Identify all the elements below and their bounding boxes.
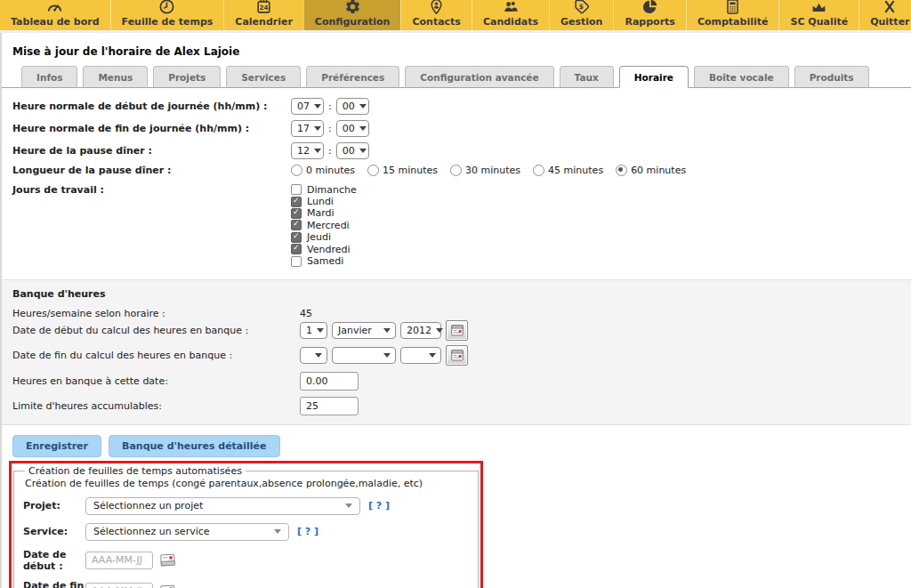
page-title: Mise à jour de l'horaire de Alex Lajoie (2, 33, 911, 58)
save-button[interactable]: Enregistrer (12, 435, 101, 457)
toolbar-item-comptabilite[interactable]: Comptabilité (686, 0, 779, 30)
bank-end-day-select[interactable] (300, 347, 327, 364)
tab-projets[interactable]: Projets (153, 66, 221, 88)
auto-timesheets-note: Création de feuilles de temps (congé par… (25, 478, 469, 489)
checkbox-lundi[interactable]: Lundi (291, 196, 357, 206)
tab-preferences[interactable]: Préférences (306, 66, 399, 88)
checkbox-mercredi[interactable]: Mercredi (291, 220, 357, 230)
bank-end-date-row: Date de fin du calcul des heures en banq… (12, 345, 911, 366)
tab-taux[interactable]: Taux (560, 66, 614, 88)
bank-limit-input[interactable] (300, 397, 359, 415)
lunch-length-label: Longueur de la pause dîner : (12, 165, 291, 176)
tab-services[interactable]: Services (226, 66, 301, 88)
hours-per-week-value: 45 (300, 308, 312, 319)
chevron-down-icon (359, 149, 367, 153)
toolbar-item-calendrier[interactable]: 24 Calendrier (223, 0, 303, 30)
toolbar-item-gestion[interactable]: $ Gestion (549, 0, 613, 30)
bank-end-month-select[interactable] (332, 347, 396, 364)
bank-balance-input[interactable] (300, 372, 359, 391)
checkbox-icon (291, 256, 302, 267)
checkbox-mardi[interactable]: Mardi (291, 208, 357, 219)
checkbox-dimanche[interactable]: Dimanche (291, 184, 357, 195)
service-select[interactable]: Sélectionnez un service (85, 523, 289, 541)
auto-start-date-input[interactable] (85, 552, 153, 569)
start-hour-select[interactable]: 07 (291, 98, 324, 115)
tab-infos[interactable]: Infos (21, 66, 77, 88)
start-minute-select[interactable]: 00 (336, 98, 369, 115)
radio-checked-icon (616, 165, 627, 176)
toolbar-label: Contacts (412, 16, 460, 28)
toolbar-item-candidats[interactable]: Candidats (472, 0, 549, 30)
actions-row: Enregistrer Banque d'heures détaillée (12, 435, 911, 457)
radio-60-minutes[interactable]: 60 minutes (616, 165, 686, 176)
toolbar-label: Tableau de bord (11, 16, 100, 28)
workdays-label: Jours de travail : (12, 184, 291, 196)
checkbox-samedi[interactable]: Samedi (291, 255, 357, 266)
radio-30-minutes[interactable]: 30 minutes (450, 165, 520, 176)
lunch-length-options: 0 minutes 15 minutes 30 minutes 45 minut… (291, 165, 686, 176)
service-help-link[interactable]: [ ? ] (297, 526, 318, 537)
lunch-minute-select[interactable]: 00 (336, 142, 369, 159)
main-toolbar: Tableau de bord Feuille de temps 24 Cale… (0, 0, 911, 33)
auto-end-date-input[interactable] (85, 583, 153, 588)
tab-produits[interactable]: Produits (794, 66, 869, 88)
auto-end-date-row: Date de fin : (23, 580, 469, 588)
toolbar-item-configuration[interactable]: Configuration (303, 0, 401, 30)
checkbox-icon (291, 184, 302, 195)
bank-detail-button[interactable]: Banque d'heures détaillée (109, 435, 280, 457)
lunch-time-label: Heure de la pause dîner : (12, 145, 291, 157)
radio-45-minutes[interactable]: 45 minutes (533, 165, 603, 176)
crown-icon (810, 0, 828, 15)
checkbox-checked-icon (291, 232, 302, 243)
checkbox-vendredi[interactable]: Vendredi (291, 244, 357, 254)
bank-end-calendar-button[interactable] (446, 345, 468, 366)
tab-boite-vocale[interactable]: Boîte vocale (694, 66, 789, 88)
toolbar-item-tableau-de-bord[interactable]: Tableau de bord (0, 0, 110, 30)
end-time-row: Heure normale de fin de journée (hh/mm) … (12, 120, 911, 137)
radio-icon (450, 165, 462, 176)
pie-chart-icon (641, 0, 658, 15)
tab-horaire[interactable]: Horaire (619, 66, 689, 88)
chevron-down-icon (315, 353, 322, 358)
auto-end-calendar-icon[interactable] (160, 584, 176, 588)
bank-start-calendar-button[interactable] (446, 320, 468, 341)
calculator-icon (724, 0, 741, 15)
radio-icon (367, 165, 379, 176)
bank-start-day-select[interactable]: 1 (300, 322, 327, 339)
auto-start-date-row: Date de début : (23, 549, 469, 572)
bank-end-date-label: Date de fin du calcul des heures en banq… (12, 350, 300, 361)
radio-icon (291, 165, 302, 176)
auto-timesheets-fieldset: Création de feuilles de temps automatisé… (13, 465, 479, 588)
checkbox-jeudi[interactable]: Jeudi (291, 232, 357, 243)
bank-start-month-select[interactable]: Janvier (332, 322, 396, 339)
toolbar-item-contacts[interactable]: Contacts (400, 0, 471, 30)
project-row: Projet: Sélectionnez un projet [ ? ] (23, 497, 469, 515)
toolbar-item-rapports[interactable]: Rapports (613, 0, 685, 30)
project-help-link[interactable]: [ ? ] (368, 500, 390, 511)
end-minute-select[interactable]: 00 (336, 120, 369, 137)
toolbar-label: Calendrier (235, 16, 293, 28)
clock-icon (158, 0, 175, 15)
toolbar-item-feuille-de-temps[interactable]: Feuille de temps (110, 0, 224, 30)
lunch-hour-select[interactable]: 12 (291, 142, 324, 159)
chevron-down-icon (274, 529, 281, 534)
radio-0-minutes[interactable]: 0 minutes (291, 165, 355, 176)
toolbar-item-sc-qualite[interactable]: SC Qualité (778, 0, 859, 30)
tab-menus[interactable]: Menus (83, 66, 148, 88)
toolbar-item-quitter[interactable]: Quitter (859, 0, 911, 30)
chevron-down-icon (317, 328, 324, 333)
radio-15-minutes[interactable]: 15 minutes (367, 165, 438, 176)
end-hour-select[interactable]: 17 (291, 120, 324, 137)
service-label: Service: (23, 526, 85, 537)
end-time-label: Heure normale de fin de journée (hh/mm) … (12, 123, 291, 134)
checkbox-checked-icon (291, 208, 302, 219)
bank-start-year-select[interactable]: 2012 (400, 322, 441, 339)
project-label: Projet: (23, 500, 85, 511)
toolbar-label: Configuration (315, 16, 391, 28)
hours-per-week-label: Heures/semaine selon horaire : (12, 308, 300, 319)
tab-configuration-avancee[interactable]: Configuration avancée (405, 66, 553, 88)
toolbar-label: Feuille de temps (122, 16, 214, 28)
auto-start-calendar-icon[interactable] (160, 553, 176, 568)
bank-end-year-select[interactable] (400, 347, 441, 364)
project-select[interactable]: Sélectionnez un projet (85, 497, 360, 515)
